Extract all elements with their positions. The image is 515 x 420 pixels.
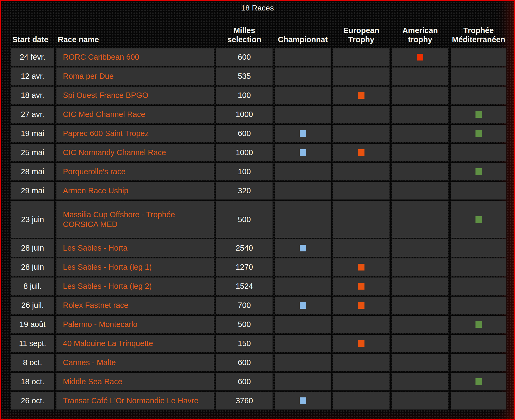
european-trophy-marker-icon bbox=[358, 149, 364, 156]
european-trophy-cell bbox=[333, 125, 389, 142]
race-start-date: 18 avr. bbox=[11, 87, 54, 104]
european-trophy-cell bbox=[333, 297, 389, 314]
european-trophy-cell bbox=[333, 373, 389, 390]
championnat-cell bbox=[275, 277, 331, 295]
race-name-link[interactable]: Rolex Fastnet race bbox=[56, 297, 214, 314]
table-row: 11 sept. 40 Malouine La Trinquette 150 bbox=[11, 335, 506, 352]
race-milles-selection: 500 bbox=[216, 201, 273, 238]
european-trophy-cell bbox=[333, 163, 389, 180]
trophee-mediterraneen-cell bbox=[451, 87, 506, 104]
race-milles-selection: 3760 bbox=[216, 392, 273, 410]
trophee-mediterraneen-cell bbox=[451, 125, 506, 142]
american-trophy-cell bbox=[392, 163, 448, 180]
table-row: 8 juil. Les Sables - Horta (leg 2) 1524 bbox=[11, 277, 506, 295]
table-row: 28 mai Porquerolle's race 100 bbox=[11, 163, 506, 180]
race-start-date: 12 avr. bbox=[11, 67, 54, 85]
race-name-link[interactable]: Les Sables - Horta (leg 1) bbox=[56, 258, 214, 276]
race-name-link[interactable]: Les Sables - Horta bbox=[56, 239, 214, 257]
race-name-link[interactable]: Cannes - Malte bbox=[56, 354, 214, 371]
european-trophy-cell bbox=[333, 144, 389, 161]
trophee-mediterraneen-cell bbox=[451, 392, 506, 410]
championnat-cell bbox=[275, 144, 331, 161]
race-start-date: 23 juin bbox=[11, 201, 54, 238]
table-row: 25 mai CIC Normandy Channel Race 1000 bbox=[11, 144, 506, 161]
trophee-mediterraneen-cell bbox=[451, 277, 506, 295]
american-trophy-cell bbox=[392, 87, 448, 104]
european-trophy-cell bbox=[333, 201, 389, 238]
american-trophy-cell bbox=[392, 373, 448, 390]
race-name-link[interactable]: Les Sables - Horta (leg 2) bbox=[56, 277, 214, 295]
table-row: 27 avr. CIC Med Channel Race 1000 bbox=[11, 106, 506, 123]
table-row: 8 oct. Cannes - Malte 600 bbox=[11, 354, 506, 371]
european-trophy-cell bbox=[333, 258, 389, 276]
championnat-cell bbox=[275, 67, 331, 85]
race-milles-selection: 600 bbox=[216, 48, 273, 66]
trophee-mediterraneen-cell bbox=[451, 182, 506, 200]
race-start-date: 29 mai bbox=[11, 182, 54, 200]
table-row: 18 avr. Spi Ouest France BPGO 100 bbox=[11, 87, 506, 104]
race-milles-selection: 150 bbox=[216, 335, 273, 352]
championnat-marker-icon bbox=[300, 130, 306, 137]
table-row: 12 avr. Roma per Due 535 bbox=[11, 67, 506, 85]
race-name-link[interactable]: Spi Ouest France BPGO bbox=[56, 87, 214, 104]
race-name-link[interactable]: Middle Sea Race bbox=[56, 373, 214, 390]
race-name-link[interactable]: Roma per Due bbox=[56, 67, 214, 85]
trophee-mediterraneen-cell bbox=[451, 258, 506, 276]
race-name-link[interactable]: Transat Café L'Or Normandie Le Havre bbox=[56, 392, 214, 410]
race-name-link[interactable]: RORC Caribbean 600 bbox=[56, 48, 214, 66]
race-start-date: 19 août bbox=[11, 316, 54, 333]
race-start-date: 19 mai bbox=[11, 125, 54, 142]
table-header: Start date Race name Milles selection Ch… bbox=[11, 16, 506, 46]
championnat-cell bbox=[275, 125, 331, 142]
trophee-mediterraneen-marker-icon bbox=[475, 130, 482, 137]
column-header-start-date: Start date bbox=[11, 16, 54, 46]
american-trophy-cell bbox=[392, 335, 448, 352]
american-trophy-cell bbox=[392, 392, 448, 410]
trophee-mediterraneen-cell bbox=[451, 354, 506, 371]
column-header-milles: Milles selection bbox=[216, 16, 273, 46]
trophee-mediterraneen-cell bbox=[451, 67, 506, 85]
race-name-link[interactable]: Palermo - Montecarlo bbox=[56, 316, 214, 333]
championnat-marker-icon bbox=[300, 245, 306, 251]
race-milles-selection: 600 bbox=[216, 125, 273, 142]
race-name-link[interactable]: CIC Normandy Channel Race bbox=[56, 144, 214, 161]
race-name-link[interactable]: Porquerolle's race bbox=[56, 163, 214, 180]
american-trophy-cell bbox=[392, 354, 448, 371]
race-start-date: 8 oct. bbox=[11, 354, 54, 371]
race-start-date: 18 oct. bbox=[11, 373, 54, 390]
european-trophy-cell bbox=[333, 354, 389, 371]
american-trophy-cell bbox=[392, 182, 448, 200]
trophee-mediterraneen-marker-icon bbox=[475, 378, 482, 385]
race-start-date: 28 juin bbox=[11, 239, 54, 257]
race-milles-selection: 1270 bbox=[216, 258, 273, 276]
table-row: 28 juin Les Sables - Horta 2540 bbox=[11, 239, 506, 257]
race-name-link[interactable]: Armen Race Uship bbox=[56, 182, 214, 200]
trophee-mediterraneen-cell bbox=[451, 239, 506, 257]
championnat-cell bbox=[275, 392, 331, 410]
championnat-cell bbox=[275, 335, 331, 352]
table-body: 24 févr. RORC Caribbean 600 600 12 avr. … bbox=[11, 48, 506, 411]
race-name-link[interactable]: Paprec 600 Saint Tropez bbox=[56, 125, 214, 142]
race-milles-selection: 2540 bbox=[216, 239, 273, 257]
championnat-cell bbox=[275, 373, 331, 390]
championnat-cell bbox=[275, 106, 331, 123]
championnat-marker-icon bbox=[300, 397, 306, 404]
race-start-date: 24 févr. bbox=[11, 48, 54, 66]
championnat-cell bbox=[275, 87, 331, 104]
column-header-european-trophy: European Trophy bbox=[333, 16, 389, 46]
european-trophy-cell bbox=[333, 239, 389, 257]
american-trophy-cell bbox=[392, 297, 448, 314]
table-row: 18 oct. Middle Sea Race 600 bbox=[11, 373, 506, 390]
championnat-cell bbox=[275, 354, 331, 371]
trophee-mediterraneen-cell bbox=[451, 163, 506, 180]
race-name-link[interactable]: Massilia Cup Offshore - Trophée CORSICA … bbox=[56, 201, 214, 238]
race-start-date: 26 juil. bbox=[11, 297, 54, 314]
race-name-link[interactable]: CIC Med Channel Race bbox=[56, 106, 214, 123]
trophee-mediterraneen-cell bbox=[451, 48, 506, 66]
trophee-mediterraneen-marker-icon bbox=[475, 321, 482, 328]
race-milles-selection: 535 bbox=[216, 67, 273, 85]
race-name-link[interactable]: 40 Malouine La Trinquette bbox=[56, 335, 214, 352]
european-trophy-cell bbox=[333, 182, 389, 200]
trophee-mediterraneen-marker-icon bbox=[475, 111, 482, 118]
race-start-date: 28 juin bbox=[11, 258, 54, 276]
